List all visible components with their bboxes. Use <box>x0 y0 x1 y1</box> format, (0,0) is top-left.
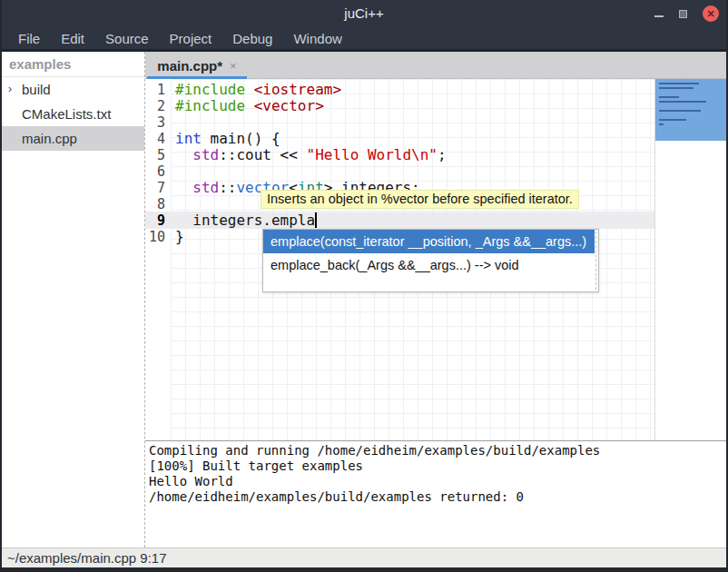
code-line-1[interactable]: 1#include <iostream> <box>145 82 654 98</box>
code-text: std::cout << "Hello World\n"; <box>171 147 447 163</box>
menu-debug[interactable]: Debug <box>223 28 281 49</box>
minimap-code-line <box>659 110 701 112</box>
restore-icon[interactable] <box>679 10 687 18</box>
code-line-6[interactable]: 6 <box>145 163 654 180</box>
menu-edit[interactable]: Edit <box>52 28 93 49</box>
code-line-9[interactable]: 9 integers.empla <box>145 212 654 229</box>
code-text: int main() { <box>171 131 280 147</box>
line-number: 8 <box>145 196 171 212</box>
minimap-code-line <box>659 101 706 103</box>
line-number: 10 <box>145 229 171 245</box>
code-text: } <box>171 229 184 245</box>
code-text: #include <iostream> <box>171 82 341 98</box>
tree-item-label: build <box>21 77 51 102</box>
minimap-code-line <box>659 123 664 125</box>
line-number: 1 <box>145 82 171 98</box>
build-output-console[interactable]: Compiling and running /home/eidheim/exam… <box>145 440 726 547</box>
expander-icon[interactable]: › <box>8 77 21 102</box>
console-line: Hello World <box>149 474 726 489</box>
text-caret <box>315 212 317 228</box>
code-rows: 1#include <iostream>2#include <vector>34… <box>145 82 654 245</box>
autocomplete-popup: emplace(const_iterator __position, _Args… <box>262 229 599 292</box>
code-line-4[interactable]: 4int main() { <box>145 131 654 147</box>
minimap-code-line <box>659 87 694 89</box>
minimap[interactable] <box>654 79 726 440</box>
code-line-2[interactable]: 2#include <vector> <box>145 98 654 114</box>
tree-item-main-cpp[interactable]: main.cpp <box>2 126 144 151</box>
console-line: Compiling and running /home/eidheim/exam… <box>149 443 726 459</box>
menu-window[interactable]: Window <box>284 28 350 49</box>
window-controls: ✕ <box>654 0 719 27</box>
completion-item[interactable]: emplace(const_iterator __position, _Args… <box>263 230 595 253</box>
titlebar[interactable]: juCi++ ✕ <box>2 0 726 27</box>
popup-scrollbar[interactable] <box>595 232 596 290</box>
line-number: 7 <box>145 180 171 196</box>
menu-file[interactable]: File <box>9 28 49 49</box>
code-text <box>171 114 175 131</box>
window-bottom-border <box>2 567 726 572</box>
editor-column: main.cpp* × 1#include <iostream>2#includ… <box>145 52 726 547</box>
tabbar: main.cpp* × <box>145 52 726 79</box>
code-text: #include <vector> <box>171 98 324 114</box>
line-number: 5 <box>145 147 171 163</box>
console-line: [100%] Built target examples <box>149 459 726 474</box>
code-text: integers.empla <box>171 212 315 229</box>
line-number: 3 <box>145 114 171 131</box>
menu-project[interactable]: Project <box>161 28 221 49</box>
minimap-code-line <box>659 119 686 121</box>
tab-close-icon[interactable]: × <box>230 59 237 73</box>
code-editor[interactable]: 1#include <iostream>2#include <vector>34… <box>145 79 726 440</box>
app-window: juCi++ ✕ FileEditSourceProjectDebugWindo… <box>0 0 728 572</box>
console-line: /home/eidheim/examples/build/examples re… <box>149 489 726 505</box>
tree-item-label: CMakeLists.txt <box>21 102 111 126</box>
menubar: FileEditSourceProjectDebugWindow <box>2 27 726 52</box>
code-line-3[interactable]: 3 <box>145 114 654 131</box>
minimap-slider[interactable] <box>655 79 726 141</box>
file-tree: ›buildCMakeLists.txtmain.cpp <box>2 77 144 151</box>
minimap-code-line <box>659 96 679 98</box>
sidebar-header: examples <box>2 52 144 77</box>
line-number: 4 <box>145 131 171 147</box>
statusbar: ~/examples/main.cpp 9:17 <box>2 547 726 567</box>
minimize-icon[interactable] <box>654 15 664 17</box>
code-text <box>171 196 175 212</box>
line-number: 9 <box>145 212 171 229</box>
line-number: 2 <box>145 98 171 114</box>
window-title: juCi++ <box>2 5 726 21</box>
tree-item-cmakelists-txt[interactable]: CMakeLists.txt <box>2 102 144 126</box>
minimap-code-line <box>659 83 699 84</box>
tree-item-build[interactable]: ›build <box>2 77 144 102</box>
tab-main-cpp[interactable]: main.cpp* × <box>147 52 247 79</box>
completion-item[interactable]: emplace_back(_Args &&__args...) --> void <box>263 253 598 277</box>
tree-item-label: main.cpp <box>21 126 77 151</box>
close-icon[interactable]: ✕ <box>703 5 719 22</box>
tab-label: main.cpp* <box>157 58 222 74</box>
menu-source[interactable]: Source <box>96 28 158 49</box>
code-line-5[interactable]: 5 std::cout << "Hello World\n"; <box>145 147 654 163</box>
line-number: 6 <box>145 163 171 180</box>
main-area: examples ›buildCMakeLists.txtmain.cpp ma… <box>2 52 726 547</box>
code-text <box>171 163 175 180</box>
file-tree-sidebar: examples ›buildCMakeLists.txtmain.cpp <box>2 52 145 547</box>
doc-tooltip: Inserts an object in %vector before spec… <box>261 190 579 209</box>
